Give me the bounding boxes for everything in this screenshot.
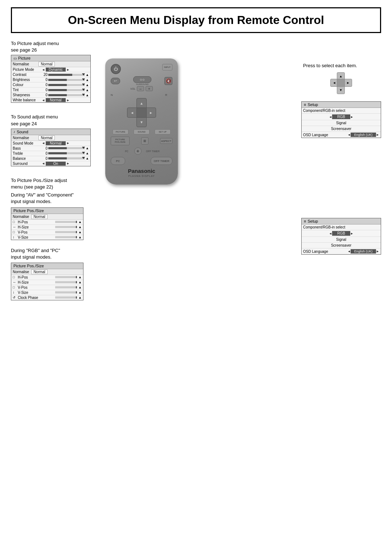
picture-mode-row: Picture Mode ◄ Dynamic ►: [11, 67, 90, 72]
picpos-av-header: Picture Pos./Size: [11, 208, 83, 214]
page-title: On-Screen Menu Display from Remote Contr…: [11, 7, 381, 33]
osd-language-row-b: OSD Language ◄ English (UK) ►: [302, 248, 381, 254]
nr-row: N R: [111, 93, 172, 97]
surround-icon: ⊙⊙: [140, 78, 145, 81]
remote-top: ⏻ INPUT: [111, 64, 172, 74]
balance-row: Balance 0 ▲: [11, 156, 90, 161]
power-button[interactable]: ⏻: [111, 64, 121, 74]
setup-menu-top-section: ≡ Setup Component/RGB-in select ◄ RGB ► …: [301, 101, 381, 138]
hsize-row-av: ↔ H-Size ▲: [11, 225, 83, 230]
signal-row-bottom: Signal: [302, 237, 381, 243]
mini-dpad-center: [337, 79, 345, 87]
picture-menu-header: ▭ Picture: [11, 55, 90, 61]
sound-button[interactable]: SOUND: [134, 129, 150, 134]
setup-menu-bottom-header: ≡ Setup: [302, 218, 381, 224]
mini-dpad-right: ►: [344, 79, 352, 87]
vol-minus-button[interactable]: –: [137, 86, 144, 91]
picpos-av-box: Picture Pos./Size Normalise Normal □ H-P…: [11, 207, 83, 240]
picture-menu-caption: To Picture adjust menu see page 26: [11, 40, 105, 53]
clockphase-row-rgb: ↺ Clock Phase ▲: [11, 295, 83, 300]
power-icon: ⏻: [114, 66, 118, 72]
signal-row-top: Signal: [302, 120, 381, 126]
screensaver-row-top: Screensaver: [302, 126, 381, 132]
component-select-value-row: ◄ RGB ►: [302, 114, 381, 120]
hsize-row-rgb: ↔ H-Size ▲: [11, 280, 83, 285]
picpos-rgb-box: Picture Pos./Size Normalise Normal □ H-P…: [11, 263, 83, 300]
treble-row: Treble 0 ▲: [11, 151, 90, 156]
dpad-left-button[interactable]: ◄: [127, 108, 137, 118]
hpos-row-av: □ H-Pos ▲: [11, 220, 83, 225]
picture-normalise-row: Normalise Normal: [11, 61, 90, 67]
sound-menu-section: To Sound adjust menu see page 24 ♪ Sound…: [11, 114, 105, 166]
component-select-value-row-b: ◄ RGB ►: [302, 230, 381, 237]
picpos-av-section: To Picture Pos./Size adjust menu (see pa…: [11, 177, 105, 240]
picpos-av-normalise: Normalise Normal: [11, 214, 83, 220]
press-text: Press to select each item.: [303, 63, 357, 68]
aspect-button[interactable]: ASPECT: [160, 138, 172, 144]
back-icon: ↩: [114, 79, 117, 83]
brightness-row: Brightness 0 ▲: [11, 77, 90, 82]
brand-label: Panasonic: [111, 168, 172, 174]
remote-control: ⏻ INPUT ↩ ⊙⊙ SURROUND: [105, 58, 178, 185]
dpad-center-button[interactable]: [136, 108, 147, 118]
picture-button[interactable]: PICTURE: [113, 129, 128, 134]
dpad-up-button[interactable]: ▲: [136, 98, 147, 108]
vpos-row-av: □ V-Pos ▲: [11, 230, 83, 235]
sound-menu-box: ♪ Sound Normalise Normal Sound Mode ◄ No…: [11, 129, 91, 166]
sound-mode-row: Sound Mode ◄ Normal ►: [11, 141, 90, 146]
sound-menu-caption: To Sound adjust menu see page 24: [11, 114, 105, 127]
sharpness-row: Sharpness 0 ▲: [11, 93, 90, 98]
colour-row: Colour 0 ▲: [11, 82, 90, 88]
picpos-av-caption2: During "AV" and "Component" input signal…: [11, 192, 105, 205]
contrast-row: Contrast 20 ▲: [11, 72, 90, 77]
white-balance-row: White balance ◄ Normal ►: [11, 98, 90, 102]
picture-icon: ▭: [13, 56, 17, 60]
picpos-button[interactable]: PICTUREPOS./SIZE: [111, 137, 130, 145]
model-label: PLASMA DISPLAY: [111, 175, 172, 177]
pc-button[interactable]: PC: [111, 157, 125, 165]
osd-language-row: OSD Language ◄ English (UK) ►: [302, 132, 381, 138]
mini-dpad: ▲ ▼ ◄ ►: [330, 72, 352, 94]
dpad-down-button[interactable]: ▼: [136, 117, 147, 127]
sound-icon: ♪: [13, 130, 15, 134]
setup-bottom-icon: ≡: [304, 219, 306, 223]
setup-menu-bottom-section: ≡ Setup Component/RGB-in select ◄ RGB ► …: [301, 218, 381, 255]
picpos-rgb-header: Picture Pos./Size: [11, 263, 83, 269]
surround-label: SURROUND: [136, 83, 149, 85]
offtimer-label: OFF TIMER: [144, 150, 162, 153]
input-button[interactable]: INPUT: [162, 64, 172, 70]
mini-dpad-down: ▼: [337, 86, 345, 94]
dpad: ▲ ▼ ◄ ►: [127, 98, 156, 127]
hpos-row-rgb: □ H-Pos ▲: [11, 275, 83, 280]
bottom-buttons-row2: PICTUREPOS./SIZE ⊞ ASPECT: [111, 137, 172, 145]
setup-top-icon: ≡: [304, 102, 306, 107]
offtimer-button[interactable]: OFF TIMER: [151, 157, 172, 165]
back-button[interactable]: ↩: [111, 78, 120, 84]
picture-menu-box: ▭ Picture Normalise Normal Picture Mode …: [11, 55, 91, 103]
mute-button[interactable]: 🔇: [164, 77, 172, 85]
pc-label: PC: [121, 150, 132, 153]
vol-row: VOL – +: [111, 86, 172, 91]
picpos-rgb-caption: During "RGB" and "PC" input signal modes…: [11, 247, 105, 260]
surround-button[interactable]: ⊙⊙: [133, 76, 151, 83]
vol-plus-button[interactable]: +: [146, 86, 153, 91]
picpos-rgb-section: During "RGB" and "PC" input signal modes…: [11, 247, 105, 300]
timer-icon: ⊕: [134, 147, 142, 155]
grid-icon: ⊞: [141, 137, 148, 145]
surround-row: Surround ◄ On ►: [11, 161, 90, 166]
picpos-rgb-normalise: Normalise Normal: [11, 269, 83, 275]
dpad-right-button[interactable]: ►: [146, 108, 156, 118]
component-select-row-b: Component/RGB-in select: [302, 224, 381, 230]
remote-section: ⏻ INPUT ↩ ⊙⊙ SURROUND: [105, 58, 185, 185]
vsize-row-av: ↕ V-Size ▲: [11, 235, 83, 240]
mute-icon: 🔇: [166, 78, 171, 84]
sound-menu-header: ♪ Sound: [11, 129, 90, 135]
tint-row: Tint 0 ▲: [11, 88, 90, 93]
setup-button[interactable]: SET UP: [155, 129, 171, 134]
vpos-row-rgb: □ V-Pos ▲: [11, 285, 83, 290]
screensaver-row-bottom: Screensaver: [302, 243, 381, 248]
vsize-row-rgb: ↕ V-Size ▲: [11, 290, 83, 295]
picture-menu-section: To Picture adjust menu see page 26 ▭ Pic…: [11, 40, 105, 103]
setup-menu-bottom-box: ≡ Setup Component/RGB-in select ◄ RGB ► …: [301, 218, 381, 255]
component-select-row: Component/RGB-in select: [302, 108, 381, 114]
